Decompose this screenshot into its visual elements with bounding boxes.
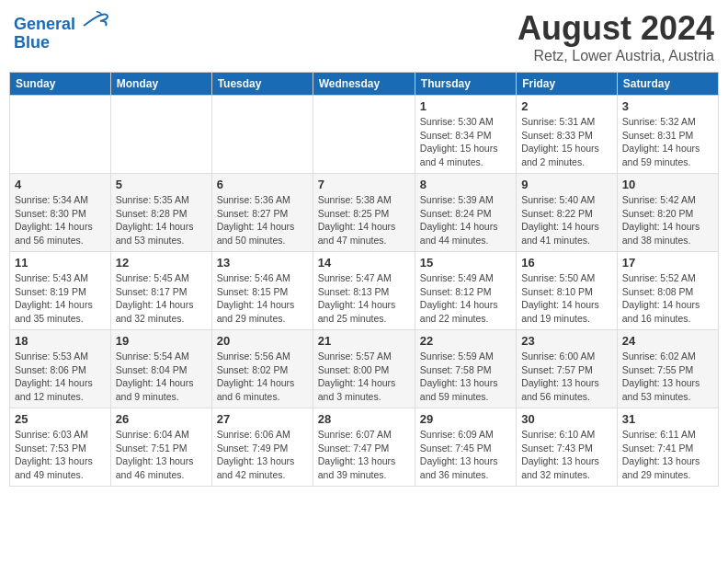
day-number: 24 — [622, 334, 713, 348]
day-info: Sunrise: 5:47 AM Sunset: 8:13 PM Dayligh… — [318, 271, 410, 326]
calendar-cell: 29Sunrise: 6:09 AM Sunset: 7:45 PM Dayli… — [415, 408, 516, 487]
day-info: Sunrise: 5:49 AM Sunset: 8:12 PM Dayligh… — [420, 271, 511, 326]
day-number: 15 — [420, 256, 511, 270]
day-number: 9 — [521, 178, 612, 191]
day-header-thursday: Thursday — [415, 73, 516, 96]
calendar-cell: 13Sunrise: 5:46 AM Sunset: 8:15 PM Dayli… — [211, 252, 313, 330]
day-info: Sunrise: 6:09 AM Sunset: 7:45 PM Dayligh… — [420, 428, 511, 482]
day-number: 13 — [217, 256, 308, 270]
calendar-cell: 5Sunrise: 5:35 AM Sunset: 8:28 PM Daylig… — [110, 174, 211, 252]
calendar-cell: 28Sunrise: 6:07 AM Sunset: 7:47 PM Dayli… — [313, 408, 415, 487]
calendar-cell: 27Sunrise: 6:06 AM Sunset: 7:49 PM Dayli… — [211, 408, 313, 487]
day-number: 5 — [116, 178, 207, 191]
calendar-week-row: 18Sunrise: 5:53 AM Sunset: 8:06 PM Dayli… — [10, 330, 719, 408]
day-number: 23 — [521, 334, 612, 348]
day-info: Sunrise: 5:53 AM Sunset: 8:06 PM Dayligh… — [15, 350, 106, 404]
calendar-cell: 2Sunrise: 5:31 AM Sunset: 8:33 PM Daylig… — [517, 96, 618, 174]
calendar-cell: 7Sunrise: 5:38 AM Sunset: 8:25 PM Daylig… — [313, 174, 415, 252]
day-info: Sunrise: 5:34 AM Sunset: 8:30 PM Dayligh… — [15, 193, 106, 247]
day-info: Sunrise: 6:04 AM Sunset: 7:51 PM Dayligh… — [116, 428, 207, 482]
calendar-cell: 14Sunrise: 5:47 AM Sunset: 8:13 PM Dayli… — [313, 252, 415, 330]
calendar-cell: 21Sunrise: 5:57 AM Sunset: 8:00 PM Dayli… — [313, 330, 415, 408]
calendar-cell: 11Sunrise: 5:43 AM Sunset: 8:19 PM Dayli… — [10, 252, 111, 330]
calendar-cell: 17Sunrise: 5:52 AM Sunset: 8:08 PM Dayli… — [617, 252, 718, 330]
day-info: Sunrise: 5:39 AM Sunset: 8:24 PM Dayligh… — [420, 193, 511, 247]
day-info: Sunrise: 5:31 AM Sunset: 8:33 PM Dayligh… — [521, 115, 612, 169]
calendar-cell: 24Sunrise: 6:02 AM Sunset: 7:55 PM Dayli… — [617, 330, 718, 408]
logo: General Blue — [14, 9, 109, 52]
title-block: August 2024 Retz, Lower Austria, Austria — [518, 9, 714, 64]
calendar-cell — [10, 96, 111, 174]
day-info: Sunrise: 5:35 AM Sunset: 8:28 PM Dayligh… — [116, 193, 207, 247]
day-number: 1 — [420, 99, 511, 113]
subtitle: Retz, Lower Austria, Austria — [518, 48, 714, 64]
day-number: 12 — [116, 256, 207, 270]
calendar-cell — [110, 96, 211, 174]
calendar-cell: 31Sunrise: 6:11 AM Sunset: 7:41 PM Dayli… — [617, 408, 718, 487]
calendar-week-row: 1Sunrise: 5:30 AM Sunset: 8:34 PM Daylig… — [10, 96, 719, 174]
calendar-header-row: SundayMondayTuesdayWednesdayThursdayFrid… — [10, 73, 719, 96]
calendar-cell: 20Sunrise: 5:56 AM Sunset: 8:02 PM Dayli… — [211, 330, 313, 408]
calendar-cell: 9Sunrise: 5:40 AM Sunset: 8:22 PM Daylig… — [517, 174, 618, 252]
day-number: 8 — [420, 178, 511, 191]
calendar-week-row: 25Sunrise: 6:03 AM Sunset: 7:53 PM Dayli… — [10, 408, 719, 487]
day-number: 19 — [116, 334, 207, 348]
day-info: Sunrise: 6:03 AM Sunset: 7:53 PM Dayligh… — [15, 428, 106, 482]
day-number: 10 — [622, 178, 713, 191]
day-number: 7 — [318, 178, 410, 191]
calendar-cell: 18Sunrise: 5:53 AM Sunset: 8:06 PM Dayli… — [10, 330, 111, 408]
day-number: 25 — [15, 412, 106, 426]
day-info: Sunrise: 6:10 AM Sunset: 7:43 PM Dayligh… — [521, 428, 612, 482]
calendar-cell: 19Sunrise: 5:54 AM Sunset: 8:04 PM Dayli… — [110, 330, 211, 408]
day-info: Sunrise: 5:30 AM Sunset: 8:34 PM Dayligh… — [420, 115, 511, 169]
day-number: 21 — [318, 334, 410, 348]
logo-bird-icon — [82, 9, 109, 29]
day-number: 17 — [622, 256, 713, 270]
day-info: Sunrise: 5:40 AM Sunset: 8:22 PM Dayligh… — [521, 193, 612, 247]
day-number: 31 — [622, 412, 713, 426]
day-info: Sunrise: 5:43 AM Sunset: 8:19 PM Dayligh… — [15, 271, 106, 326]
calendar-week-row: 11Sunrise: 5:43 AM Sunset: 8:19 PM Dayli… — [10, 252, 719, 330]
main-title: August 2024 — [518, 9, 714, 48]
calendar-cell: 16Sunrise: 5:50 AM Sunset: 8:10 PM Dayli… — [517, 252, 618, 330]
page-header: General Blue August 2024 Retz, Lower Aus… — [9, 9, 719, 64]
day-info: Sunrise: 6:00 AM Sunset: 7:57 PM Dayligh… — [521, 350, 612, 404]
day-info: Sunrise: 5:46 AM Sunset: 8:15 PM Dayligh… — [217, 271, 308, 326]
day-info: Sunrise: 5:50 AM Sunset: 8:10 PM Dayligh… — [521, 271, 612, 326]
day-number: 27 — [217, 412, 308, 426]
day-header-sunday: Sunday — [10, 73, 111, 96]
day-number: 14 — [318, 256, 410, 270]
day-number: 11 — [15, 256, 106, 270]
day-number: 28 — [318, 412, 410, 426]
calendar-cell: 4Sunrise: 5:34 AM Sunset: 8:30 PM Daylig… — [10, 174, 111, 252]
day-info: Sunrise: 5:56 AM Sunset: 8:02 PM Dayligh… — [217, 350, 308, 404]
day-info: Sunrise: 5:42 AM Sunset: 8:20 PM Dayligh… — [622, 193, 713, 247]
day-number: 3 — [622, 99, 713, 113]
day-info: Sunrise: 5:59 AM Sunset: 7:58 PM Dayligh… — [420, 350, 511, 404]
calendar-cell: 15Sunrise: 5:49 AM Sunset: 8:12 PM Dayli… — [415, 252, 516, 330]
calendar-cell: 25Sunrise: 6:03 AM Sunset: 7:53 PM Dayli… — [10, 408, 111, 487]
day-number: 29 — [420, 412, 511, 426]
day-info: Sunrise: 5:38 AM Sunset: 8:25 PM Dayligh… — [318, 193, 410, 247]
day-number: 18 — [15, 334, 106, 348]
day-info: Sunrise: 6:02 AM Sunset: 7:55 PM Dayligh… — [622, 350, 713, 404]
day-number: 20 — [217, 334, 308, 348]
calendar-cell: 3Sunrise: 5:32 AM Sunset: 8:31 PM Daylig… — [617, 96, 718, 174]
day-info: Sunrise: 5:54 AM Sunset: 8:04 PM Dayligh… — [116, 350, 207, 404]
day-info: Sunrise: 5:57 AM Sunset: 8:00 PM Dayligh… — [318, 350, 410, 404]
calendar-cell — [313, 96, 415, 174]
day-number: 2 — [521, 99, 612, 113]
day-number: 16 — [521, 256, 612, 270]
day-number: 4 — [15, 178, 106, 191]
day-header-saturday: Saturday — [617, 73, 718, 96]
calendar-cell: 26Sunrise: 6:04 AM Sunset: 7:51 PM Dayli… — [110, 408, 211, 487]
logo-line1: General — [14, 15, 75, 33]
day-info: Sunrise: 5:36 AM Sunset: 8:27 PM Dayligh… — [217, 193, 308, 247]
calendar-table: SundayMondayTuesdayWednesdayThursdayFrid… — [9, 72, 719, 487]
calendar-cell: 22Sunrise: 5:59 AM Sunset: 7:58 PM Dayli… — [415, 330, 516, 408]
calendar-cell: 1Sunrise: 5:30 AM Sunset: 8:34 PM Daylig… — [415, 96, 516, 174]
day-number: 26 — [116, 412, 207, 426]
day-info: Sunrise: 6:07 AM Sunset: 7:47 PM Dayligh… — [318, 428, 410, 482]
day-number: 22 — [420, 334, 511, 348]
day-header-wednesday: Wednesday — [313, 73, 415, 96]
